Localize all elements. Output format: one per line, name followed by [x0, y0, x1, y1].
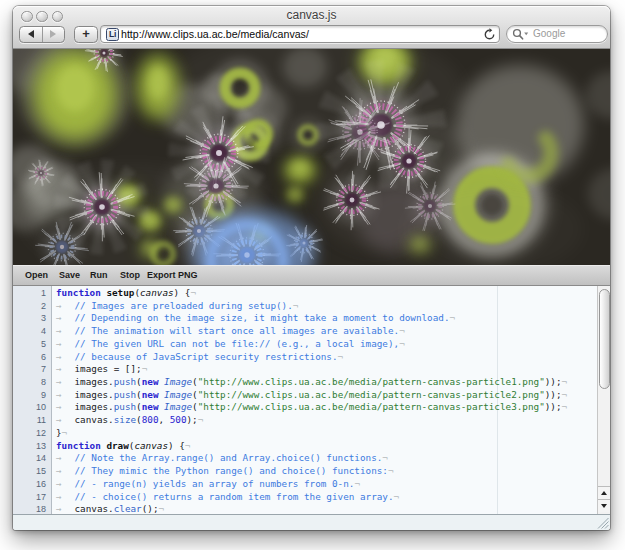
code-token-cls: Image [164, 401, 192, 412]
code-token-pl: , [158, 414, 169, 425]
code-line-18: →canvas.clear();¬ [56, 503, 567, 515]
line-number: 13 [13, 440, 51, 453]
code-line-5: →// The given URL can not be file:// (e.… [56, 338, 567, 351]
tab-marker-icon: → [56, 478, 75, 491]
code-token-pl: canvas. [75, 503, 114, 514]
eol-marker: ¬ [399, 325, 405, 336]
eol-marker: ¬ [388, 465, 394, 476]
code-token-pl: ) { [168, 440, 185, 451]
line-number: 3 [13, 312, 51, 325]
scroll-down-button[interactable] [598, 499, 610, 512]
code-line-8: →images.push(new Image("http://www.clips… [56, 376, 567, 389]
code-line-4: →// The animation will start once all im… [56, 325, 567, 338]
art-svg [13, 49, 610, 265]
tab-marker-icon: → [56, 452, 75, 465]
code-token-pl: images. [75, 389, 114, 400]
eol-marker: ¬ [190, 287, 196, 298]
code-token-cmt: // - range(n) yields an array of numbers… [75, 478, 355, 489]
url-text[interactable]: http://www.clips.ua.ac.be/media/canvas/ [121, 26, 309, 42]
code-line-11: →canvas.size(800, 500);¬ [56, 414, 567, 427]
code-token-pl: )); [545, 389, 562, 400]
line-number: 16 [13, 478, 51, 491]
tab-marker-icon: → [56, 376, 75, 389]
resize-grip-icon[interactable] [596, 516, 609, 529]
code-line-15: →// They mimic the Python range() and ch… [56, 465, 567, 478]
line-number: 8 [13, 376, 51, 389]
code-line-12: }¬ [56, 427, 567, 440]
code-line-9: →images.push(new Image("http://www.clips… [56, 389, 567, 402]
code-line-2: →// Images are preloaded during setup().… [56, 300, 567, 313]
code-token-pl: (); [142, 503, 159, 514]
eol-marker: ¬ [562, 389, 568, 400]
toolbar-button-save[interactable]: Save [59, 265, 80, 285]
scrollbar[interactable] [597, 286, 610, 514]
code-token-mth: push [114, 401, 136, 412]
code-token-fn: draw [106, 440, 128, 451]
line-number: 1 [13, 287, 51, 300]
code-token-par: canvas [134, 440, 168, 451]
scroll-up-button[interactable] [598, 486, 610, 499]
line-number: 7 [13, 363, 51, 376]
tab-marker-icon: → [56, 338, 75, 351]
scrollbar-thumb[interactable] [599, 289, 610, 389]
tab-marker-icon: → [56, 491, 75, 504]
search-field[interactable]: Google [506, 25, 608, 43]
new-tab-button[interactable]: + [74, 26, 98, 43]
toolbar-button-stop[interactable]: Stop [120, 265, 140, 285]
code-token-mth: size [114, 414, 136, 425]
code-line-10: →images.push(new Image("http://www.clips… [56, 401, 567, 414]
code-token-mth: push [114, 389, 136, 400]
back-arrow-icon [28, 30, 34, 38]
code-line-13: function draw(canvas) {¬ [56, 440, 567, 453]
eol-marker: ¬ [394, 491, 400, 502]
tab-marker-icon: → [56, 325, 75, 338]
toolbar-button-open[interactable]: Open [25, 265, 48, 285]
eol-marker: ¬ [399, 338, 405, 349]
line-number: 11 [13, 414, 51, 427]
eol-marker: ¬ [450, 312, 456, 323]
reload-icon[interactable] [483, 28, 496, 41]
code-text[interactable]: function setup(canvas) {¬→// Images are … [56, 286, 567, 515]
eol-marker: ¬ [382, 452, 388, 463]
eol-marker: ¬ [293, 300, 299, 311]
window-bottom-bar [13, 515, 610, 530]
tab-marker-icon: → [56, 401, 75, 414]
code-line-16: →// - range(n) yields an array of number… [56, 478, 567, 491]
code-token-pl: ) { [174, 287, 191, 298]
tab-marker-icon: → [56, 312, 75, 325]
code-token-str: "http://www.clips.ua.ac.be/media/pattern… [198, 401, 545, 412]
code-line-3: →// Depending on the image size, it migh… [56, 312, 567, 325]
generative-art-canvas[interactable] [13, 49, 610, 265]
code-token-pl: )); [545, 376, 562, 387]
line-number: 18 [13, 503, 51, 515]
line-number: 14 [13, 452, 51, 465]
code-token-cmt: // The animation will start once all ima… [75, 325, 400, 336]
plus-icon: + [82, 26, 90, 41]
line-number: 10 [13, 401, 51, 414]
code-line-7: →images = [];¬ [56, 363, 567, 376]
tab-marker-icon: → [56, 351, 75, 364]
forward-arrow-icon [50, 30, 56, 38]
eol-marker: ¬ [142, 363, 148, 374]
line-number: 17 [13, 491, 51, 504]
code-editor[interactable]: 123456789101112131415161718 function set… [13, 286, 610, 515]
search-magnifier-icon [512, 28, 530, 40]
address-bar[interactable]: Li http://www.clips.ua.ac.be/media/canva… [100, 25, 500, 43]
code-token-fn: setup [106, 287, 134, 298]
back-button[interactable] [20, 27, 43, 42]
line-number: 6 [13, 351, 51, 364]
code-line-17: →// - choice() returns a random item fro… [56, 491, 567, 504]
code-token-cls: Image [164, 389, 192, 400]
forward-button[interactable] [43, 27, 65, 42]
code-token-kw: new [142, 401, 159, 412]
eol-marker: ¬ [338, 351, 344, 362]
tab-marker-icon: → [56, 300, 75, 313]
code-token-pl: ); [186, 414, 197, 425]
search-placeholder: Google [533, 26, 565, 42]
code-token-cls: Image [164, 376, 192, 387]
toolbar-button-export-png[interactable]: Export PNG [147, 265, 198, 285]
line-number: 4 [13, 325, 51, 338]
editor-toolbar: OpenSaveRunStopExport PNG [13, 265, 610, 286]
toolbar-button-run[interactable]: Run [90, 265, 108, 285]
code-token-cmt: // They mimic the Python range() and cho… [75, 465, 388, 476]
